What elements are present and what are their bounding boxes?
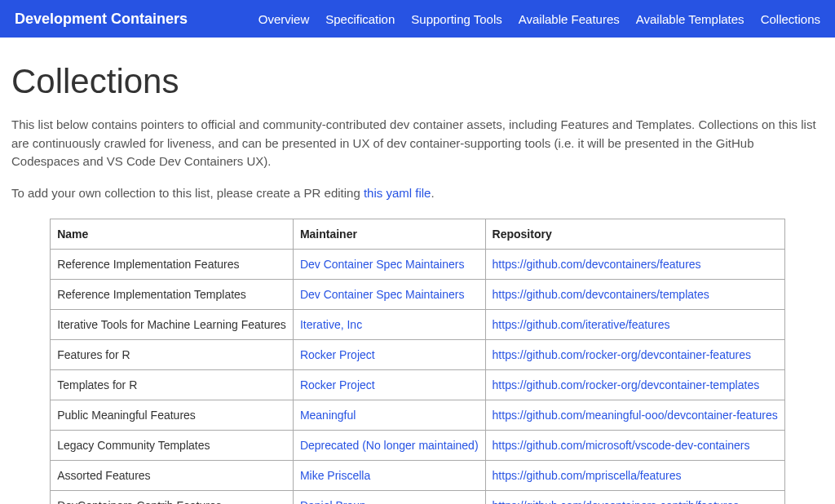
- table-row: Templates for RRocker Projecthttps://git…: [51, 370, 785, 400]
- content: Collections This list below contains poi…: [0, 38, 835, 504]
- col-repository: Repository: [485, 219, 784, 250]
- maintainer-link[interactable]: Deprecated (No longer maintained): [300, 439, 479, 452]
- nav-link-available-features[interactable]: Available Features: [519, 12, 620, 26]
- nav-link-specification[interactable]: Specification: [325, 12, 395, 26]
- cell-repository: https://github.com/devcontainers/templat…: [485, 280, 784, 310]
- cell-repository: https://github.com/iterative/features: [485, 310, 784, 340]
- table-row: Features for RRocker Projecthttps://gith…: [51, 340, 785, 370]
- navbar: Development Containers OverviewSpecifica…: [0, 0, 835, 38]
- cell-name: Public Meaningful Features: [51, 400, 294, 431]
- brand[interactable]: Development Containers: [15, 11, 188, 28]
- table-head: Name Maintainer Repository: [51, 219, 785, 250]
- cell-maintainer: Dev Container Spec Maintainers: [293, 250, 485, 280]
- cell-repository: https://github.com/microsoft/vscode-dev-…: [485, 431, 784, 461]
- repository-link[interactable]: https://github.com/rocker-org/devcontain…: [493, 378, 760, 391]
- maintainer-link[interactable]: Daniel Braun: [300, 499, 366, 504]
- intro2-suffix: .: [431, 186, 434, 200]
- maintainer-link[interactable]: Mike Priscella: [300, 469, 370, 482]
- col-name: Name: [51, 219, 294, 250]
- nav-link-overview[interactable]: Overview: [258, 12, 310, 26]
- nav-link-supporting-tools[interactable]: Supporting Tools: [411, 12, 501, 26]
- collections-table: Name Maintainer Repository Reference Imp…: [50, 219, 785, 504]
- nav-link-available-templates[interactable]: Available Templates: [636, 12, 744, 26]
- cell-maintainer: Daniel Braun: [293, 491, 485, 505]
- maintainer-link[interactable]: Meaningful: [300, 409, 356, 422]
- maintainer-link[interactable]: Rocker Project: [300, 348, 375, 361]
- maintainer-link[interactable]: Dev Container Spec Maintainers: [300, 258, 465, 271]
- cell-name: Assorted Features: [51, 461, 294, 491]
- table-row: Reference Implementation FeaturesDev Con…: [51, 250, 785, 280]
- page-title: Collections: [11, 62, 824, 101]
- cell-maintainer: Mike Priscella: [293, 461, 485, 491]
- cell-repository: https://github.com/mpriscella/features: [485, 461, 784, 491]
- intro-paragraph-1: This list below contains pointers to off…: [11, 116, 824, 171]
- repository-link[interactable]: https://github.com/devcontainers/templat…: [493, 288, 709, 301]
- table-row: DevContainers-Contrib FeaturesDaniel Bra…: [51, 491, 785, 505]
- cell-maintainer: Iterative, Inc: [293, 310, 485, 340]
- table-row: Assorted FeaturesMike Priscellahttps://g…: [51, 461, 785, 491]
- table-row: Reference Implementation TemplatesDev Co…: [51, 280, 785, 310]
- table-row: Public Meaningful FeaturesMeaningfulhttp…: [51, 400, 785, 431]
- table-body: Reference Implementation FeaturesDev Con…: [51, 250, 785, 505]
- cell-name: Iterative Tools for Machine Learning Fea…: [51, 310, 294, 340]
- cell-repository: https://github.com/rocker-org/devcontain…: [485, 370, 784, 400]
- repository-link[interactable]: https://github.com/meaningful-ooo/devcon…: [493, 409, 778, 422]
- nav-links: OverviewSpecificationSupporting ToolsAva…: [258, 12, 820, 26]
- cell-repository: https://github.com/devcontainers/feature…: [485, 250, 784, 280]
- nav-link-collections[interactable]: Collections: [761, 12, 820, 26]
- intro-paragraph-2: To add your own collection to this list,…: [11, 184, 824, 203]
- cell-name: Reference Implementation Features: [51, 250, 294, 280]
- table-header-row: Name Maintainer Repository: [51, 219, 785, 250]
- table-row: Iterative Tools for Machine Learning Fea…: [51, 310, 785, 340]
- cell-maintainer: Deprecated (No longer maintained): [293, 431, 485, 461]
- cell-maintainer: Dev Container Spec Maintainers: [293, 280, 485, 310]
- repository-link[interactable]: https://github.com/microsoft/vscode-dev-…: [493, 439, 750, 452]
- cell-repository: https://github.com/devcontainers-contrib…: [485, 491, 784, 505]
- maintainer-link[interactable]: Dev Container Spec Maintainers: [300, 288, 465, 301]
- maintainer-link[interactable]: Iterative, Inc: [300, 318, 362, 331]
- maintainer-link[interactable]: Rocker Project: [300, 378, 375, 391]
- table-wrapper: Name Maintainer Repository Reference Imp…: [11, 219, 824, 504]
- intro2-prefix: To add your own collection to this list,…: [11, 186, 364, 200]
- cell-maintainer: Rocker Project: [293, 340, 485, 370]
- cell-name: DevContainers-Contrib Features: [51, 491, 294, 505]
- table-row: Legacy Community TemplatesDeprecated (No…: [51, 431, 785, 461]
- repository-link[interactable]: https://github.com/rocker-org/devcontain…: [493, 348, 752, 361]
- cell-repository: https://github.com/meaningful-ooo/devcon…: [485, 400, 784, 431]
- cell-maintainer: Meaningful: [293, 400, 485, 431]
- cell-name: Features for R: [51, 340, 294, 370]
- cell-name: Legacy Community Templates: [51, 431, 294, 461]
- intro: This list below contains pointers to off…: [11, 116, 824, 202]
- cell-name: Reference Implementation Templates: [51, 280, 294, 310]
- repository-link[interactable]: https://github.com/devcontainers-contrib…: [493, 499, 740, 504]
- repository-link[interactable]: https://github.com/mpriscella/features: [493, 469, 682, 482]
- cell-name: Templates for R: [51, 370, 294, 400]
- col-maintainer: Maintainer: [293, 219, 485, 250]
- cell-repository: https://github.com/rocker-org/devcontain…: [485, 340, 784, 370]
- yaml-file-link[interactable]: this yaml file: [364, 186, 431, 200]
- repository-link[interactable]: https://github.com/devcontainers/feature…: [493, 258, 701, 271]
- repository-link[interactable]: https://github.com/iterative/features: [493, 318, 670, 331]
- cell-maintainer: Rocker Project: [293, 370, 485, 400]
